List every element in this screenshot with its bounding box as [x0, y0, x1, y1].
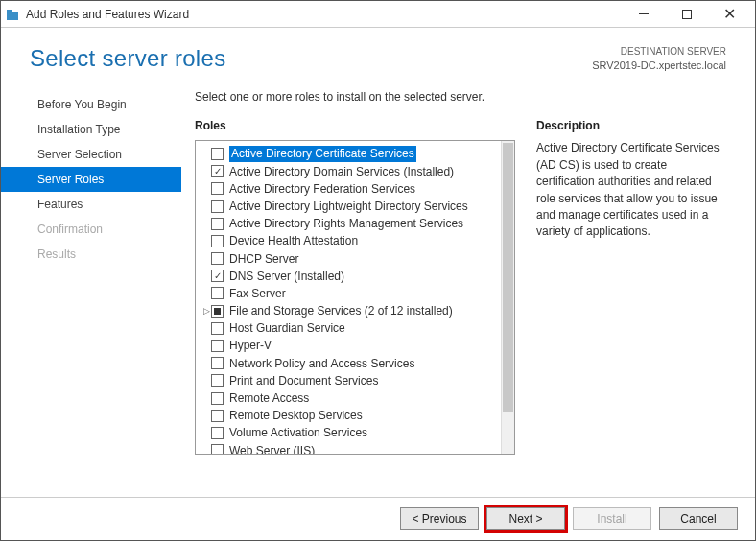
wizard-content: Select one or more roles to install on t…: [181, 82, 755, 455]
wizard-step[interactable]: Installation Type: [1, 117, 181, 142]
destination-info: DESTINATION SERVER SRV2019-DC.xpertstec.…: [592, 45, 726, 73]
roles-label: Roles: [195, 119, 515, 132]
role-checkbox[interactable]: [211, 148, 224, 160]
role-label: Active Directory Federation Services: [229, 181, 415, 197]
role-checkbox[interactable]: [211, 165, 224, 177]
role-item[interactable]: Active Directory Certificate Services: [198, 145, 499, 162]
role-label: Device Health Attestation: [229, 233, 358, 248]
role-item[interactable]: Volume Activation Services: [198, 424, 499, 441]
role-checkbox[interactable]: [211, 270, 224, 282]
role-label: Network Policy and Access Services: [229, 356, 414, 371]
role-checkbox[interactable]: [211, 287, 224, 299]
wizard-step: Confirmation: [1, 217, 181, 242]
role-label: Remote Desktop Services: [229, 408, 363, 423]
role-item[interactable]: Device Health Attestation: [198, 232, 499, 249]
role-checkbox[interactable]: [211, 410, 224, 422]
wizard-header: Select server roles DESTINATION SERVER S…: [1, 28, 755, 82]
role-item[interactable]: ▷File and Storage Services (2 of 12 inst…: [198, 302, 499, 319]
role-checkbox[interactable]: [211, 235, 224, 247]
role-checkbox[interactable]: [211, 252, 224, 265]
scrollbar-thumb[interactable]: [503, 143, 513, 412]
role-item[interactable]: DNS Server (Installed): [198, 268, 499, 285]
svg-rect-0: [7, 12, 18, 20]
role-label: Fax Server: [229, 286, 286, 301]
window-controls: ✕: [622, 2, 751, 27]
role-item[interactable]: Active Directory Federation Services: [198, 180, 499, 198]
role-checkbox[interactable]: [211, 340, 224, 352]
role-checkbox[interactable]: [211, 427, 224, 439]
role-label: Volume Activation Services: [229, 425, 367, 440]
destination-server: SRV2019-DC.xpertstec.local: [592, 59, 726, 73]
role-checkbox[interactable]: [211, 392, 224, 405]
wizard-step[interactable]: Features: [1, 192, 181, 217]
cancel-button[interactable]: Cancel: [659, 507, 738, 530]
role-checkbox[interactable]: [211, 182, 224, 195]
role-checkbox[interactable]: [211, 374, 224, 387]
role-item[interactable]: Active Directory Lightweight Directory S…: [198, 198, 499, 215]
role-checkbox[interactable]: [211, 218, 224, 230]
role-checkbox[interactable]: [211, 322, 224, 335]
wizard-step[interactable]: Server Roles: [1, 167, 181, 192]
role-label: File and Storage Services (2 of 12 insta…: [229, 303, 453, 318]
destination-label: DESTINATION SERVER: [592, 45, 726, 59]
role-item[interactable]: Network Policy and Access Services: [198, 355, 499, 372]
scrollbar[interactable]: [501, 141, 514, 454]
role-label: Host Guardian Service: [229, 320, 345, 336]
role-label: Print and Document Services: [229, 373, 378, 388]
description-text: Active Directory Certificate Services (A…: [536, 140, 726, 240]
instruction-text: Select one or more roles to install on t…: [195, 90, 726, 104]
role-label: Active Directory Lightweight Directory S…: [229, 199, 468, 214]
role-item[interactable]: Remote Access: [198, 389, 499, 407]
role-item[interactable]: Remote Desktop Services: [198, 407, 499, 424]
role-checkbox[interactable]: [211, 305, 224, 318]
role-item[interactable]: DHCP Server: [198, 250, 499, 268]
wizard-step: Results: [1, 242, 181, 267]
wizard-steps-sidebar: Before You BeginInstallation TypeServer …: [1, 82, 181, 455]
description-label: Description: [536, 119, 726, 132]
role-item[interactable]: Active Directory Domain Services (Instal…: [198, 163, 499, 180]
role-checkbox[interactable]: [211, 200, 224, 213]
wizard-step[interactable]: Server Selection: [1, 142, 181, 167]
role-label: Web Server (IIS): [229, 443, 315, 455]
role-item[interactable]: Active Directory Rights Management Servi…: [198, 215, 499, 232]
role-label: DNS Server (Installed): [229, 269, 344, 284]
role-label: Active Directory Certificate Services: [229, 146, 416, 161]
next-button[interactable]: Next >: [486, 507, 565, 530]
install-button: Install: [573, 507, 651, 530]
expand-icon[interactable]: ▷: [201, 305, 211, 317]
role-label: Hyper-V: [229, 338, 272, 353]
roles-listbox[interactable]: Active Directory Certificate ServicesAct…: [195, 140, 515, 455]
role-label: Remote Access: [229, 390, 309, 406]
title-bar: Add Roles and Features Wizard ✕: [1, 1, 755, 28]
close-button[interactable]: ✕: [708, 2, 751, 27]
role-checkbox[interactable]: [211, 444, 224, 454]
app-icon: [5, 7, 20, 22]
previous-button[interactable]: < Previous: [400, 507, 479, 530]
role-item[interactable]: Web Server (IIS): [198, 442, 499, 455]
window-title: Add Roles and Features Wizard: [26, 8, 622, 21]
role-label: DHCP Server: [229, 251, 298, 267]
svg-rect-1: [7, 10, 12, 12]
wizard-step[interactable]: Before You Begin: [1, 92, 181, 117]
role-checkbox[interactable]: [211, 357, 224, 369]
role-item[interactable]: Print and Document Services: [198, 372, 499, 389]
wizard-footer: < Previous Next > Install Cancel: [1, 497, 755, 540]
role-item[interactable]: Fax Server: [198, 285, 499, 302]
page-heading: Select server roles: [30, 45, 225, 72]
minimize-button[interactable]: [622, 2, 665, 27]
role-label: Active Directory Domain Services (Instal…: [229, 164, 454, 179]
role-label: Active Directory Rights Management Servi…: [229, 216, 463, 231]
role-item[interactable]: Hyper-V: [198, 337, 499, 354]
role-item[interactable]: Host Guardian Service: [198, 319, 499, 337]
maximize-button[interactable]: [665, 2, 708, 27]
